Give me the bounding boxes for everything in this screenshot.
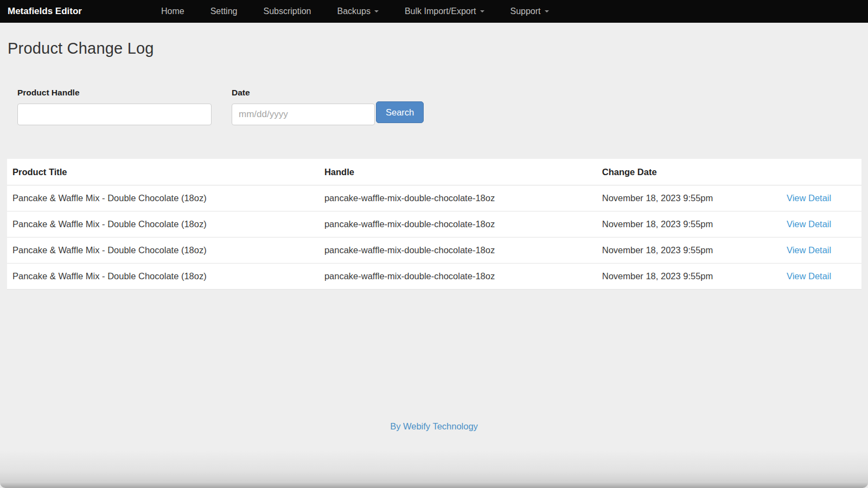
nav-item-home[interactable]: Home — [148, 0, 197, 23]
product-handle-label: Product Handle — [17, 88, 212, 98]
view-detail-link[interactable]: View Detail — [787, 193, 831, 203]
top-navbar: Metafields Editor Home Setting Subscript… — [0, 0, 868, 23]
header-handle: Handle — [319, 159, 597, 185]
nav-item-label: Subscription — [263, 7, 311, 16]
cell-handle: pancake-waffle-mix-double-chocolate-18oz — [319, 237, 597, 264]
product-handle-input[interactable] — [17, 104, 212, 125]
webify-technology-link[interactable]: By Webify Technology — [390, 421, 478, 431]
cell-change-date: November 18, 2023 9:55pm — [597, 185, 781, 211]
nav-item-label: Backups — [337, 7, 371, 16]
cell-product-title: Pancake & Waffle Mix - Double Chocolate … — [7, 185, 319, 211]
table-row: Pancake & Waffle Mix - Double Chocolate … — [7, 185, 861, 211]
header-action — [781, 159, 861, 185]
window-bottom-shadow — [0, 450, 868, 488]
date-row: Search — [232, 104, 424, 125]
search-button[interactable]: Search — [376, 101, 424, 123]
change-log-table-container: Product Title Handle Change Date Pancake… — [7, 159, 861, 290]
nav-item-label: Home — [161, 7, 184, 16]
cell-handle: pancake-waffle-mix-double-chocolate-18oz — [319, 185, 597, 211]
view-detail-link[interactable]: View Detail — [787, 271, 831, 281]
app-brand[interactable]: Metafields Editor — [8, 6, 82, 17]
nav-item-label: Bulk Import/Export — [405, 7, 476, 16]
date-input[interactable] — [232, 104, 375, 125]
nav-item-label: Support — [510, 7, 541, 16]
cell-product-title: Pancake & Waffle Mix - Double Chocolate … — [7, 264, 319, 290]
view-detail-link[interactable]: View Detail — [787, 245, 831, 255]
nav-item-setting[interactable]: Setting — [197, 0, 251, 23]
date-label: Date — [232, 88, 424, 98]
cell-change-date: November 18, 2023 9:55pm — [597, 264, 781, 290]
nav-item-support[interactable]: Support — [497, 0, 562, 23]
header-change-date: Change Date — [597, 159, 781, 185]
chevron-down-icon — [545, 10, 549, 12]
cell-handle: pancake-waffle-mix-double-chocolate-18oz — [319, 211, 597, 237]
chevron-down-icon — [480, 10, 484, 12]
cell-change-date: November 18, 2023 9:55pm — [597, 237, 781, 264]
nav-item-label: Setting — [210, 7, 238, 16]
navbar-menu: Home Setting Subscription Backups Bulk I… — [148, 0, 562, 23]
page-footer: By Webify Technology — [0, 421, 868, 432]
header-product-title: Product Title — [7, 159, 319, 185]
table-row: Pancake & Waffle Mix - Double Chocolate … — [7, 264, 861, 290]
cell-product-title: Pancake & Waffle Mix - Double Chocolate … — [7, 211, 319, 237]
table-row: Pancake & Waffle Mix - Double Chocolate … — [7, 237, 861, 264]
cell-change-date: November 18, 2023 9:55pm — [597, 211, 781, 237]
cell-product-title: Pancake & Waffle Mix - Double Chocolate … — [7, 237, 319, 264]
chevron-down-icon — [374, 10, 379, 12]
table-header-row: Product Title Handle Change Date — [7, 159, 861, 185]
change-log-table: Product Title Handle Change Date Pancake… — [7, 159, 861, 290]
product-handle-group: Product Handle — [17, 88, 212, 125]
filter-form: Product Handle Date Search — [17, 88, 868, 125]
nav-item-subscription[interactable]: Subscription — [250, 0, 324, 23]
view-detail-link[interactable]: View Detail — [787, 219, 831, 229]
table-row: Pancake & Waffle Mix - Double Chocolate … — [7, 211, 861, 237]
date-group: Date Search — [232, 88, 424, 125]
nav-item-bulk-import-export[interactable]: Bulk Import/Export — [392, 0, 497, 23]
nav-item-backups[interactable]: Backups — [324, 0, 392, 23]
page-title: Product Change Log — [8, 40, 868, 57]
cell-handle: pancake-waffle-mix-double-chocolate-18oz — [319, 264, 597, 290]
